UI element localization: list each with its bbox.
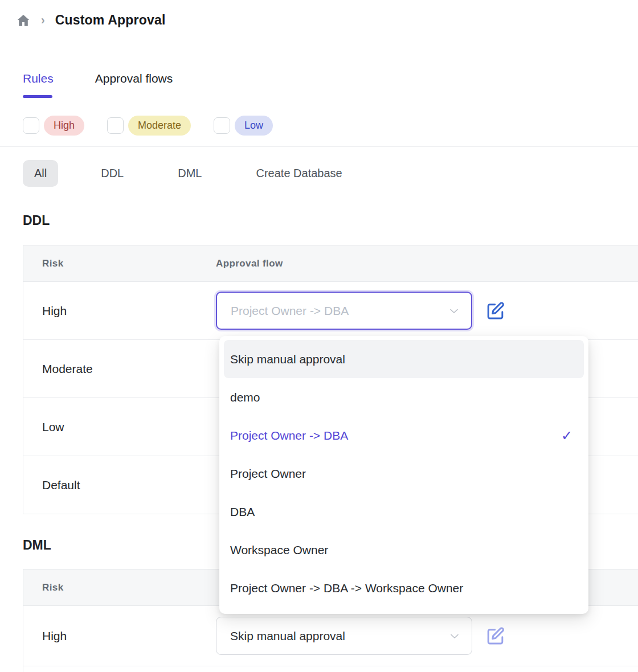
low-badge[interactable]: Low: [235, 116, 273, 136]
tab-bar: Rules Approval flows: [23, 72, 173, 98]
ddl-low-risk-label: Low: [23, 420, 216, 434]
dml-high-flow-cell: Skip manual approval: [216, 617, 506, 655]
breadcrumb: › Custom Approval: [16, 13, 166, 28]
risk-filter-low: Low: [214, 116, 273, 136]
chevron-down-icon: [448, 305, 460, 317]
ddl-table-header: Risk Approval flow: [23, 245, 638, 282]
option-label: Skip manual approval: [230, 353, 345, 366]
option-label: demo: [230, 391, 260, 404]
chevron-down-icon: [449, 630, 460, 642]
category-filter-bar: All DDL DML Create Database: [23, 160, 354, 187]
risk-filter-high: High: [23, 116, 84, 136]
dml-section-title: DML: [23, 538, 51, 553]
dml-high-approval-flow-select[interactable]: Skip manual approval: [216, 617, 472, 655]
approval-flow-dropdown-menu: Skip manual approval demo Project Owner …: [219, 336, 588, 614]
page-title: Custom Approval: [55, 13, 166, 28]
ddl-high-approval-flow-select[interactable]: Project Owner -> DBA: [216, 292, 472, 330]
ddl-approval-flow-column-header: Approval flow: [216, 258, 283, 269]
ddl-risk-column-header: Risk: [23, 258, 216, 269]
tab-approval-flows[interactable]: Approval flows: [95, 72, 173, 98]
check-icon: ✓: [561, 428, 572, 444]
ddl-default-risk-label: Default: [23, 478, 216, 492]
dropdown-option-demo[interactable]: demo: [224, 378, 584, 416]
filter-ddl-button[interactable]: DDL: [89, 160, 135, 187]
filter-dml-button[interactable]: DML: [166, 160, 213, 187]
dropdown-option-project-owner[interactable]: Project Owner: [224, 454, 584, 493]
dropdown-option-skip-manual-approval[interactable]: Skip manual approval: [224, 340, 584, 378]
home-icon[interactable]: [16, 13, 31, 28]
breadcrumb-separator-icon: ›: [41, 13, 45, 27]
tab-rules[interactable]: Rules: [23, 72, 54, 98]
option-label: Project Owner: [230, 467, 306, 481]
filter-all-button[interactable]: All: [23, 160, 58, 187]
dropdown-option-project-owner-dba-workspace-owner[interactable]: Project Owner -> DBA -> Workspace Owner: [224, 569, 584, 607]
risk-filter-row: High Moderate Low: [23, 116, 273, 136]
risk-filter-moderate: Moderate: [107, 116, 191, 136]
option-label: Project Owner -> DBA -> Workspace Owner: [230, 581, 463, 595]
dml-row-high: High Skip manual approval: [23, 606, 638, 666]
ddl-high-risk-label: High: [23, 304, 216, 318]
ddl-high-flow-cell: Project Owner -> DBA: [216, 292, 506, 330]
ddl-high-select-value: Project Owner -> DBA: [231, 304, 349, 318]
high-badge[interactable]: High: [44, 116, 84, 136]
option-label: Project Owner -> DBA: [230, 429, 348, 442]
dropdown-option-workspace-owner[interactable]: Workspace Owner: [224, 531, 584, 569]
dml-high-risk-label: High: [23, 629, 216, 643]
ddl-section-title: DDL: [23, 213, 50, 228]
ddl-moderate-risk-label: Moderate: [23, 362, 216, 376]
option-label: Workspace Owner: [230, 543, 328, 557]
low-checkbox[interactable]: [214, 117, 230, 134]
ddl-row-high: High Project Owner -> DBA: [23, 282, 638, 340]
dml-high-select-value: Skip manual approval: [230, 629, 345, 643]
moderate-checkbox[interactable]: [107, 117, 124, 134]
edit-approval-flow-button-disabled[interactable]: [485, 625, 506, 646]
custom-approval-page: › Custom Approval Rules Approval flows H…: [0, 0, 638, 672]
section-divider: [0, 146, 638, 147]
option-label: DBA: [230, 505, 255, 519]
filter-create-database-button[interactable]: Create Database: [244, 160, 353, 187]
dropdown-option-project-owner-dba[interactable]: Project Owner -> DBA ✓: [224, 416, 584, 454]
high-checkbox[interactable]: [23, 117, 39, 134]
dropdown-option-dba[interactable]: DBA: [224, 493, 584, 531]
dml-risk-column-header: Risk: [23, 582, 216, 593]
edit-approval-flow-button[interactable]: [485, 300, 506, 321]
moderate-badge[interactable]: Moderate: [128, 116, 191, 136]
